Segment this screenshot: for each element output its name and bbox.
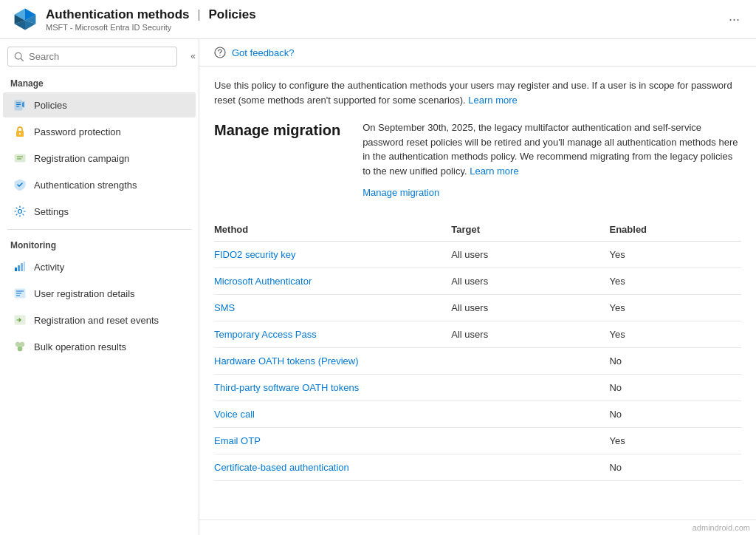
reg-reset-icon <box>13 313 27 327</box>
sidebar-item-label-password: Password protection <box>34 126 121 137</box>
table-row: Certificate-based authentication No <box>214 454 741 480</box>
title-separator: | <box>197 7 200 21</box>
enabled-cell: Yes <box>609 321 741 347</box>
method-cell[interactable]: Email OTP <box>214 427 451 454</box>
col-target: Target <box>451 218 609 242</box>
svg-point-14 <box>19 133 21 134</box>
sidebar-item-auth-strengths[interactable]: Authentication strengths <box>3 172 196 197</box>
table-row: FIDO2 security key All users Yes <box>214 241 741 268</box>
svg-point-32 <box>219 55 220 55</box>
method-cell[interactable]: Voice call <box>214 401 451 427</box>
sidebar-item-user-registration[interactable]: User registration details <box>3 281 196 306</box>
bulk-operations-icon <box>13 340 27 353</box>
method-cell[interactable]: Temporary Access Pass <box>214 321 451 347</box>
methods-table: Method Target Enabled FIDO2 security key… <box>214 218 741 481</box>
sidebar-item-label-policies: Policies <box>34 100 67 111</box>
enabled-cell: Yes <box>609 241 741 268</box>
svg-rect-19 <box>15 268 17 271</box>
sidebar-item-reg-reset-events[interactable]: Registration and reset events <box>3 307 196 333</box>
svg-line-8 <box>21 58 23 61</box>
manage-migration-desc-text: On September 30th, 2025, the legacy mult… <box>362 122 738 177</box>
title-subtitle: Policies <box>208 7 255 21</box>
feedback-text[interactable]: Got feedback? <box>232 47 295 58</box>
enabled-cell: Yes <box>609 294 741 321</box>
enabled-cell: No <box>609 374 741 401</box>
learn-more-link-migration[interactable]: Learn more <box>470 166 518 177</box>
collapse-button[interactable]: « <box>188 50 199 63</box>
table-row: Voice call No <box>214 401 741 427</box>
enabled-cell: No <box>609 347 741 374</box>
table-row: Hardware OATH tokens (Preview) No <box>214 347 741 374</box>
search-icon <box>14 52 24 62</box>
learn-more-link-intro[interactable]: Learn more <box>468 95 517 106</box>
app-header: Authentication methods | Policies MSFT -… <box>0 0 756 39</box>
sidebar-item-label-bulk: Bulk operation results <box>34 341 126 352</box>
watermark: admindroid.com <box>199 519 756 535</box>
password-protection-icon <box>13 125 27 138</box>
sidebar-item-password-protection[interactable]: Password protection <box>3 119 196 144</box>
col-method: Method <box>214 218 451 242</box>
method-cell[interactable]: Microsoft Authenticator <box>214 268 451 294</box>
sidebar-item-label-auth-strengths: Authentication strengths <box>34 180 137 191</box>
auth-strengths-icon <box>13 178 27 191</box>
target-cell <box>451 427 609 454</box>
enabled-cell: No <box>609 454 741 480</box>
manage-migration-link[interactable]: Manage migration <box>362 185 741 200</box>
manage-migration-title: Manage migration <box>214 120 340 139</box>
settings-icon <box>13 205 27 218</box>
sidebar-item-label-activity: Activity <box>34 262 64 273</box>
sidebar: « Manage Policies <box>0 39 199 535</box>
sidebar-divider <box>7 229 191 230</box>
search-input[interactable] <box>29 51 171 62</box>
sidebar-item-policies[interactable]: Policies <box>3 92 196 117</box>
target-cell: All users <box>451 321 609 347</box>
sidebar-item-settings[interactable]: Settings <box>3 199 196 224</box>
target-cell <box>451 374 609 401</box>
search-bar[interactable] <box>7 47 177 67</box>
app-logo <box>12 6 38 33</box>
table-row: Temporary Access Pass All users Yes <box>214 321 741 347</box>
method-cell[interactable]: FIDO2 security key <box>214 241 451 268</box>
target-cell <box>451 454 609 480</box>
target-cell: All users <box>451 268 609 294</box>
svg-point-30 <box>18 347 22 351</box>
table-row: Email OTP Yes <box>214 427 741 454</box>
feedback-bar: Got feedback? <box>199 39 756 67</box>
svg-rect-22 <box>24 262 25 271</box>
app-subtitle: MSFT - Microsoft Entra ID Security <box>46 23 717 32</box>
manage-section-label: Manage <box>0 72 199 92</box>
method-cell[interactable]: Third-party software OATH tokens <box>214 374 451 401</box>
manage-migration-section: Manage migration On September 30th, 2025… <box>214 120 741 200</box>
sidebar-item-label-settings: Settings <box>34 206 69 217</box>
method-cell[interactable]: Hardware OATH tokens (Preview) <box>214 347 451 374</box>
target-cell: All users <box>451 241 609 268</box>
header-ellipsis[interactable]: ··· <box>724 10 744 29</box>
activity-icon <box>13 260 27 273</box>
title-text: Authentication methods <box>46 7 190 21</box>
sidebar-item-label-reg-reset: Registration and reset events <box>34 315 159 326</box>
target-cell: All users <box>451 294 609 321</box>
table-row: SMS All users Yes <box>214 294 741 321</box>
target-cell <box>451 401 609 427</box>
sidebar-item-activity[interactable]: Activity <box>3 254 196 279</box>
svg-rect-9 <box>15 100 22 110</box>
sidebar-item-registration-campaign[interactable]: Registration campaign <box>3 146 196 171</box>
monitoring-section-label: Monitoring <box>0 234 199 253</box>
col-enabled: Enabled <box>609 218 741 242</box>
policies-icon <box>13 98 27 112</box>
title-block: Authentication methods | Policies MSFT -… <box>46 7 717 32</box>
enabled-cell: No <box>609 401 741 427</box>
intro-text: Use this policy to configure the authent… <box>214 78 741 107</box>
manage-migration-desc: On September 30th, 2025, the legacy mult… <box>362 120 741 200</box>
table-row: Third-party software OATH tokens No <box>214 374 741 401</box>
target-cell <box>451 347 609 374</box>
method-cell[interactable]: Certificate-based authentication <box>214 454 451 480</box>
svg-rect-15 <box>15 154 25 162</box>
sidebar-item-bulk-operations[interactable]: Bulk operation results <box>3 334 196 359</box>
method-cell[interactable]: SMS <box>214 294 451 321</box>
feedback-icon <box>214 47 226 58</box>
svg-point-28 <box>16 342 20 347</box>
svg-point-29 <box>20 342 24 347</box>
app-title: Authentication methods | Policies <box>46 7 717 22</box>
table-row: Microsoft Authenticator All users Yes <box>214 268 741 294</box>
